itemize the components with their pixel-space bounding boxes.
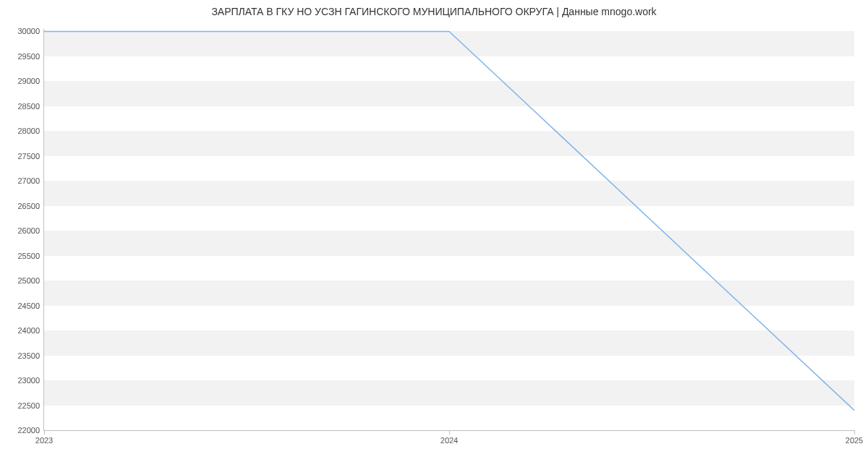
y-tick-label: 24000 (17, 326, 44, 335)
chart-container: ЗАРПЛАТА В ГКУ НО УСЗН ГАГИНСКОГО МУНИЦИ… (0, 0, 868, 470)
y-tick-label: 25000 (17, 276, 44, 285)
y-tick-label: 24500 (17, 302, 44, 310)
y-tick-label: 28500 (17, 102, 44, 111)
x-tick-label: 2023 (35, 430, 53, 445)
y-tick-label: 26500 (17, 202, 44, 210)
y-tick-label: 27500 (17, 152, 44, 161)
chart-title: ЗАРПЛАТА В ГКУ НО УСЗН ГАГИНСКОГО МУНИЦИ… (0, 6, 868, 17)
y-tick-label: 28000 (17, 127, 44, 135)
plot-area: 2200022500230002350024000245002500025500… (43, 29, 854, 431)
y-tick-label: 25500 (17, 252, 44, 260)
x-tick-label: 2024 (441, 430, 458, 445)
x-tick-label: 2025 (846, 430, 863, 445)
y-tick-label: 23000 (17, 376, 44, 385)
y-tick-label: 22500 (17, 401, 44, 410)
y-tick-label: 29000 (17, 77, 44, 85)
y-tick-label: 26000 (17, 226, 44, 235)
y-tick-label: 30000 (17, 27, 44, 35)
line-series (44, 29, 854, 430)
y-tick-label: 29500 (17, 52, 44, 61)
y-tick-label: 23500 (17, 351, 44, 360)
y-tick-label: 27000 (17, 176, 44, 185)
